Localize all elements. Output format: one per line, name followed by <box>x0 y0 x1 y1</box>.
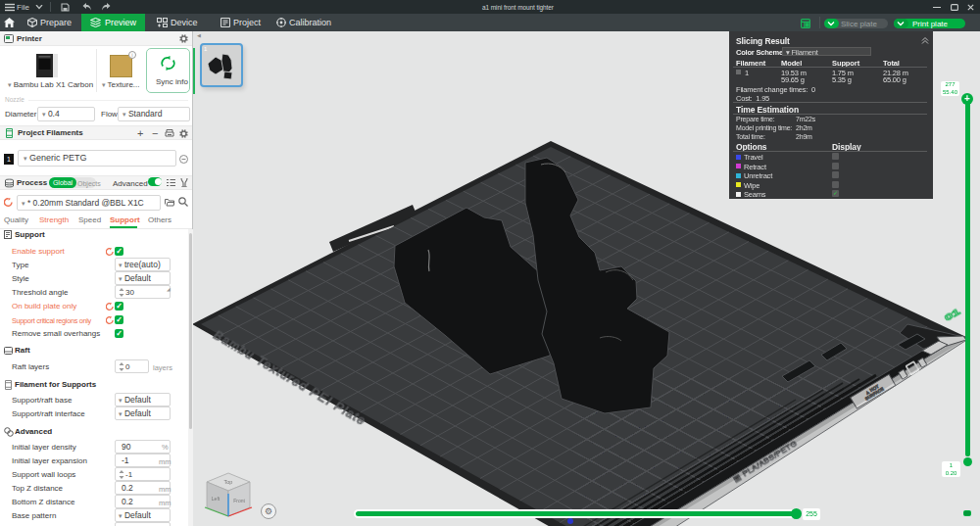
svg-text:Left: Left <box>212 496 220 502</box>
svg-text:Front: Front <box>233 498 245 503</box>
svg-text:01: 01 <box>943 307 962 323</box>
svg-text:Top: Top <box>224 479 233 485</box>
